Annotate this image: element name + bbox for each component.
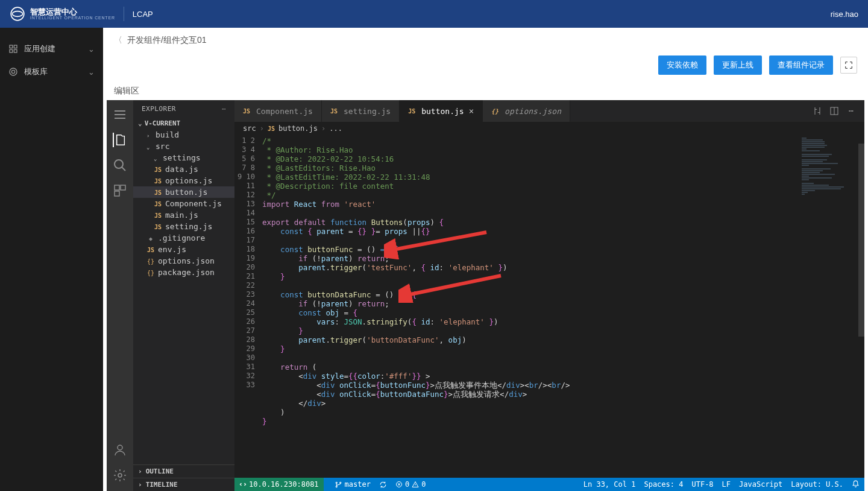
tree-item-label: button.js [165, 188, 207, 197]
file-type-icon: JS [330, 108, 339, 115]
svg-point-6 [11, 70, 14, 73]
file-item[interactable]: JSbutton.js [133, 186, 234, 198]
js-file-icon: JS [154, 178, 162, 185]
file-tree: ›build⌄src⌄settingsJSdata.jsJSoptions.js… [133, 129, 234, 464]
bc-separator: › [260, 124, 264, 133]
file-item[interactable]: {}package.json [133, 267, 234, 278]
tree-item-label: data.js [165, 165, 198, 174]
file-item[interactable]: JSdata.js [133, 163, 234, 175]
file-item[interactable]: JSmain.js [133, 209, 234, 221]
editor-scrollbar[interactable] [858, 122, 864, 478]
editor-tab[interactable]: {}options.json [483, 100, 570, 122]
file-item[interactable]: JSsetting.js [133, 221, 234, 232]
folder-item[interactable]: ⌄src [133, 141, 234, 152]
error-count: 0 [405, 480, 409, 489]
account-icon[interactable] [113, 443, 127, 457]
svg-rect-8 [115, 185, 119, 190]
template-icon [8, 67, 18, 77]
more-actions-icon[interactable]: ⋯ [846, 106, 856, 116]
editor-breadcrumb[interactable]: src › JS button.js › ... [234, 122, 864, 135]
line-gutter: 1 2 3 4 5 6 7 8 9 10 11 12 13 14 15 16 1… [234, 135, 262, 478]
warning-count: 0 [421, 480, 426, 489]
tree-item-label: Component.js [165, 199, 222, 208]
branch-icon [335, 481, 342, 489]
file-item[interactable]: JSComponent.js [133, 198, 234, 209]
encoding[interactable]: UTF-8 [691, 480, 713, 489]
split-editor-icon[interactable] [829, 106, 839, 116]
file-item[interactable]: ◆.gitignore [133, 232, 234, 244]
tree-item-label: build [156, 130, 179, 139]
scrollbar-thumb[interactable] [858, 144, 864, 337]
extensions-icon[interactable] [113, 183, 127, 198]
vscode-editor: EXPLORER ⋯ ⌄ V-CURRENT ›build⌄src⌄settin… [107, 100, 864, 491]
close-tab-icon[interactable]: × [469, 106, 474, 116]
file-item[interactable]: JSenv.js [133, 244, 234, 255]
js-file-icon: JS [154, 166, 162, 173]
user-name[interactable]: rise.hao [831, 10, 858, 19]
code-area[interactable]: 1 2 3 4 5 6 7 8 9 10 11 12 13 14 15 16 1… [234, 135, 864, 478]
menu-icon[interactable] [113, 107, 127, 122]
folder-item[interactable]: ⌄settings [133, 152, 234, 163]
chevron-right-icon: › [138, 481, 142, 489]
bc-folder: src [243, 124, 256, 133]
search-icon[interactable] [113, 158, 127, 173]
tree-item-label: main.js [165, 211, 198, 220]
tab-label: button.js [421, 107, 464, 116]
error-icon [395, 481, 403, 488]
brand-logo-icon [10, 6, 25, 22]
tree-item-label: .gitignore [158, 233, 205, 242]
eol[interactable]: LF [722, 480, 731, 489]
indent-setting[interactable]: Spaces: 4 [644, 480, 683, 489]
bc-file: button.js [278, 124, 318, 133]
compare-icon[interactable] [813, 106, 822, 116]
svg-rect-10 [115, 191, 119, 196]
minimap[interactable] [798, 135, 864, 478]
timeline-section[interactable]: › TIMELINE [133, 478, 234, 491]
install-deps-button[interactable]: 安装依赖 [658, 55, 706, 75]
problems-indicator[interactable]: 0 0 [395, 480, 426, 489]
outline-section[interactable]: › OUTLINE [133, 464, 234, 478]
nav-label: 应用创建 [24, 43, 82, 54]
editor-tab[interactable]: JSsetting.js [322, 100, 400, 122]
nav-item-templates[interactable]: 模板库 ⌄ [0, 60, 103, 83]
breadcrumb-path[interactable]: 开发组件/组件交互01 [127, 35, 206, 46]
file-item[interactable]: {}options.json [133, 255, 234, 267]
nav-item-app-create[interactable]: 应用创建 ⌄ [0, 37, 103, 60]
explorer-icon[interactable] [113, 133, 127, 147]
keyboard-layout[interactable]: Layout: U.S. [791, 480, 843, 489]
branch-label: master [345, 480, 371, 489]
remote-host[interactable]: 10.0.16.230:8081 [234, 478, 324, 491]
deploy-button[interactable]: 更新上线 [714, 55, 762, 75]
logo: 智慧运营中心 INTELLIGENT OPERATION CENTER [10, 6, 115, 22]
js-file-icon: JS [154, 189, 162, 196]
bell-icon[interactable] [852, 480, 860, 488]
view-logs-button[interactable]: 查看组件记录 [769, 55, 833, 75]
code-content[interactable]: /* * @Author: Rise.Hao * @Date: 2022-02-… [262, 135, 798, 478]
left-nav: 应用创建 ⌄ 模板库 ⌄ [0, 28, 103, 491]
git-branch[interactable]: master [335, 480, 371, 489]
editor-tabs: JSComponent.jsJSsetting.jsJSbutton.js×{}… [234, 100, 864, 122]
workspace-root[interactable]: ⌄ V-CURRENT [133, 118, 234, 129]
tree-item-label: options.json [158, 256, 215, 265]
svg-point-17 [336, 486, 337, 487]
cursor-position[interactable]: Ln 33, Col 1 [583, 480, 636, 489]
more-icon[interactable]: ⋯ [222, 105, 226, 113]
explorer-sidebar: EXPLORER ⋯ ⌄ V-CURRENT ›build⌄src⌄settin… [133, 100, 234, 491]
editor-tab[interactable]: JSComponent.js [234, 100, 322, 122]
svg-point-5 [10, 68, 17, 75]
fullscreen-icon[interactable] [840, 57, 857, 74]
chevron-down-icon: ⌄ [88, 68, 95, 77]
folder-item[interactable]: ›build [133, 129, 234, 141]
explorer-title: EXPLORER [142, 105, 176, 113]
json-file-icon: {} [146, 258, 155, 265]
language-mode[interactable]: JavaScript [739, 480, 782, 489]
back-icon[interactable]: 〈 [114, 35, 122, 46]
settings-gear-icon[interactable] [113, 468, 127, 483]
sync-icon[interactable] [379, 481, 387, 489]
svg-point-11 [118, 445, 122, 450]
tree-item-label: settings [163, 153, 201, 162]
editor-tab[interactable]: JSbutton.js× [400, 100, 483, 122]
svg-rect-2 [14, 45, 17, 48]
file-item[interactable]: JSoptions.js [133, 175, 234, 186]
outline-label: OUTLINE [146, 467, 174, 475]
